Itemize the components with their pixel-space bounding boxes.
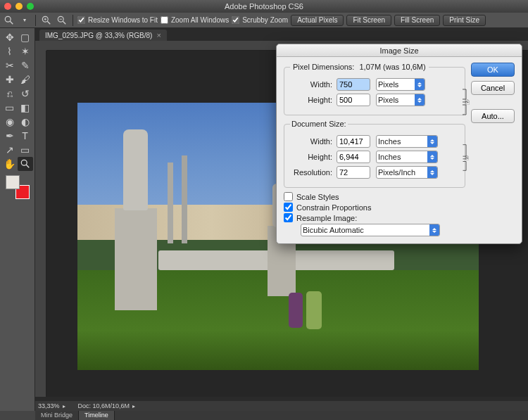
zoom-all-checkbox[interactable]: Zoom All Windows	[161, 16, 229, 24]
svg-line-5	[47, 21, 50, 24]
chevron-down-icon[interactable]: ▾	[18, 14, 31, 27]
doc-width-input[interactable]	[337, 135, 370, 148]
scrubby-zoom-checkbox[interactable]: Scrubby Zoom	[232, 16, 288, 24]
svg-text:⎘: ⎘	[465, 155, 469, 161]
app-title: Adobe Photoshop CS6	[0, 2, 528, 11]
pixel-dimensions-legend: Pixel Dimensions: 1,07M (was 10,6M)	[290, 63, 429, 71]
document-size-legend: Document Size:	[290, 120, 348, 128]
link-icon[interactable]: ⎘	[462, 141, 472, 174]
pixel-width-unit-select[interactable]: Pixels	[376, 78, 425, 91]
brush-tool-icon[interactable]: 🖌	[18, 72, 33, 87]
zoom-tool-icon[interactable]	[3, 14, 15, 27]
scale-styles-label: Scale Styles	[296, 193, 339, 201]
type-tool-icon[interactable]: T	[18, 129, 33, 143]
status-bar: 33,33%▸ Doc: 10,6M/10,6M▸	[35, 401, 528, 411]
dialog-title: Image Size	[277, 44, 522, 57]
path-tool-icon[interactable]: ↗	[2, 143, 18, 157]
doc-height-input[interactable]	[337, 151, 370, 163]
resize-windows-checkbox[interactable]: Resize Windows to Fit	[77, 16, 158, 24]
actual-pixels-button[interactable]: Actual Pixels	[291, 15, 344, 26]
svg-text:⎘: ⎘	[465, 98, 470, 106]
resize-windows-label: Resize Windows to Fit	[88, 16, 158, 24]
eraser-tool-icon[interactable]: ▭	[2, 101, 18, 115]
foreground-swatch[interactable]	[6, 175, 20, 189]
pixel-height-unit-select[interactable]: Pixels	[376, 94, 425, 106]
zoom-tool-icon[interactable]	[18, 157, 33, 171]
tab-mini-bridge[interactable]: Mini Bridge	[35, 411, 79, 420]
eyedropper-tool-icon[interactable]: ✎	[18, 58, 33, 72]
marquee-tool-icon[interactable]: ▢	[18, 30, 33, 44]
ruler-origin[interactable]	[35, 41, 46, 51]
history-brush-tool-icon[interactable]: ↺	[18, 87, 33, 101]
constrain-checkbox[interactable]	[284, 203, 293, 212]
resample-checkbox[interactable]	[284, 213, 293, 222]
document-tab[interactable]: IMG_0295.JPG @ 33,3% (RGB/8) ×	[39, 30, 167, 41]
pixel-width-input[interactable]	[337, 78, 370, 91]
scale-styles-checkbox[interactable]	[284, 192, 293, 201]
close-tab-icon[interactable]: ×	[156, 31, 161, 39]
image-size-dialog: Image Size Pixel Dimensions: 1,07M (was …	[276, 44, 522, 244]
resample-method-select[interactable]: Bicubic Automatic	[301, 224, 440, 236]
svg-line-1	[10, 21, 13, 24]
pixel-height-input[interactable]	[337, 94, 370, 106]
divider	[35, 15, 36, 26]
doc-height-unit-select[interactable]: Inches	[376, 151, 438, 163]
svg-line-8	[63, 21, 65, 24]
resolution-label: Resolution:	[290, 168, 332, 177]
move-tool-icon[interactable]: ✥	[2, 30, 18, 44]
options-bar: ▾ Resize Windows to Fit Zoom All Windows…	[0, 13, 528, 28]
stamp-tool-icon[interactable]: ⎌	[2, 87, 18, 101]
resolution-input[interactable]	[337, 166, 370, 179]
width-label: Width:	[290, 80, 332, 89]
link-icon[interactable]: ⎘	[462, 87, 472, 117]
hand-tool-icon[interactable]: ✋	[2, 157, 18, 171]
chevron-right-icon[interactable]: ▸	[63, 403, 65, 409]
dodge-tool-icon[interactable]: ◐	[18, 115, 33, 129]
doc-width-label: Width:	[290, 137, 332, 146]
svg-line-10	[26, 165, 29, 167]
zoom-all-label: Zoom All Windows	[171, 16, 229, 24]
blur-tool-icon[interactable]: ◉	[2, 115, 18, 129]
doc-height-label: Height:	[290, 153, 332, 161]
height-label: Height:	[290, 96, 332, 104]
fill-screen-button[interactable]: Fill Screen	[394, 15, 440, 26]
auto-button[interactable]: Auto...	[471, 109, 515, 123]
panel-tab-bar: Mini Bridge Timeline	[35, 411, 528, 420]
crop-tool-icon[interactable]: ✂	[2, 58, 18, 72]
svg-point-9	[21, 160, 27, 165]
zoom-in-icon[interactable]	[40, 14, 53, 27]
color-swatches[interactable]	[6, 175, 30, 199]
pen-tool-icon[interactable]: ✒	[2, 129, 18, 143]
window-titlebar: Adobe Photoshop CS6	[0, 0, 528, 13]
divider	[73, 15, 73, 26]
zoom-out-icon[interactable]	[56, 14, 68, 27]
lasso-tool-icon[interactable]: ⌇	[2, 44, 18, 58]
chevron-right-icon[interactable]: ▸	[132, 403, 135, 409]
tab-timeline[interactable]: Timeline	[79, 411, 115, 420]
constrain-label: Constrain Proportions	[296, 203, 371, 212]
wand-tool-icon[interactable]: ✶	[18, 44, 33, 58]
shape-tool-icon[interactable]: ▭	[18, 143, 33, 157]
cancel-button[interactable]: Cancel	[471, 81, 515, 95]
ruler-vertical[interactable]	[35, 51, 46, 397]
gradient-tool-icon[interactable]: ◧	[18, 101, 33, 115]
svg-point-0	[5, 16, 11, 22]
resample-label: Resample Image:	[296, 214, 357, 222]
tool-panel: ✥ ▢ ⌇ ✶ ✂ ✎ ✚ 🖌 ⎌ ↺ ▭ ◧ ◉ ◐ ✒ T ↗ ▭ ✋	[0, 28, 35, 411]
resolution-unit-select[interactable]: Pixels/Inch	[376, 166, 438, 179]
healing-tool-icon[interactable]: ✚	[2, 72, 18, 87]
doc-size: Doc: 10,6M/10,6M	[78, 402, 130, 409]
zoom-level[interactable]: 33,33%	[38, 402, 60, 409]
doc-width-unit-select[interactable]: Inches	[376, 135, 438, 148]
document-tab-label: IMG_0295.JPG @ 33,3% (RGB/8)	[45, 32, 152, 39]
print-size-button[interactable]: Print Size	[443, 15, 486, 26]
ok-button[interactable]: OK	[471, 63, 515, 77]
scrubby-label: Scrubby Zoom	[242, 16, 288, 24]
fit-screen-button[interactable]: Fit Screen	[346, 15, 391, 26]
